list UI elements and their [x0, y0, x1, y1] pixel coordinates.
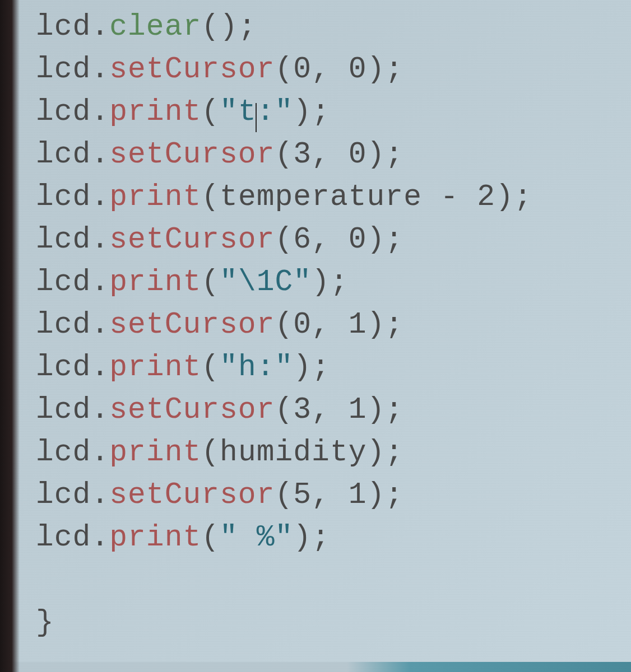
close-paren: ): [293, 95, 312, 129]
open-paren: (: [201, 180, 220, 214]
open-paren: (: [201, 95, 220, 129]
method-name: setCursor: [109, 393, 275, 427]
object-name: lcd: [36, 393, 91, 427]
method-name: print: [109, 351, 201, 384]
open-paren: (: [275, 393, 293, 427]
method-name: setCursor: [109, 223, 275, 256]
method-name: setCursor: [109, 478, 275, 512]
close-paren: ): [293, 351, 312, 384]
dot: .: [91, 478, 109, 512]
semicolon: ;: [514, 180, 532, 214]
comma: ,: [312, 138, 349, 171]
dot: .: [91, 138, 109, 171]
string-literal: "h:": [220, 351, 293, 384]
number-literal: 3: [293, 138, 312, 171]
close-paren: ): [495, 180, 514, 214]
string-literal: "t: [220, 95, 257, 129]
dot: .: [91, 351, 109, 384]
code-line[interactable]: lcd.setCursor(6, 0);: [36, 218, 631, 261]
semicolon: ;: [385, 138, 403, 171]
number-literal: 1: [349, 393, 367, 427]
semicolon: ;: [385, 393, 403, 427]
string-literal: "\1C": [220, 265, 312, 299]
code-line[interactable]: lcd.clear();: [36, 6, 631, 48]
text-cursor: [256, 103, 257, 132]
number-literal: 0: [349, 138, 367, 171]
code-line[interactable]: lcd.setCursor(5, 1);: [36, 474, 631, 516]
code-line[interactable]: lcd.print("\1C");: [36, 261, 631, 304]
open-paren: (: [201, 10, 220, 44]
object-name: lcd: [36, 436, 91, 469]
object-name: lcd: [36, 478, 91, 512]
string-literal: " %": [220, 521, 293, 554]
open-paren: (: [201, 265, 220, 299]
method-name: print: [109, 180, 201, 214]
close-paren: ): [367, 393, 386, 427]
object-name: lcd: [36, 138, 91, 171]
number-literal: 0: [349, 223, 367, 256]
code-editor[interactable]: lcd.clear();lcd.setCursor(0, 0);lcd.prin…: [0, 0, 631, 644]
dot: .: [91, 223, 109, 256]
close-paren: ): [367, 308, 386, 342]
operator: -: [422, 180, 477, 214]
number-literal: 0: [293, 308, 312, 342]
close-paren: ): [367, 138, 386, 171]
number-literal: 0: [293, 53, 312, 86]
comma: ,: [312, 478, 349, 512]
dot: .: [91, 95, 109, 129]
open-paren: (: [275, 138, 293, 171]
number-literal: 6: [293, 223, 312, 256]
comma: ,: [312, 308, 349, 342]
semicolon: ;: [385, 308, 403, 342]
close-paren: ): [367, 53, 386, 86]
editor-left-edge: [0, 0, 20, 672]
blank-line: [36, 559, 631, 601]
number-literal: 1: [349, 478, 367, 512]
dot: .: [91, 265, 109, 299]
object-name: lcd: [36, 53, 91, 86]
semicolon: ;: [385, 53, 403, 86]
number-literal: 0: [349, 53, 367, 86]
close-paren: ): [367, 436, 386, 469]
dot: .: [91, 521, 109, 554]
comma: ,: [312, 53, 349, 86]
code-line[interactable]: lcd.print(temperature - 2);: [36, 176, 631, 218]
open-paren: (: [201, 351, 220, 384]
method-name: print: [109, 265, 201, 299]
open-paren: (: [275, 223, 293, 256]
code-line[interactable]: lcd.print("h:");: [36, 346, 631, 389]
code-line[interactable]: lcd.setCursor(3, 0);: [36, 133, 631, 176]
number-literal: 3: [293, 393, 312, 427]
comma: ,: [312, 223, 349, 256]
method-name: print: [109, 95, 201, 129]
bottom-status-bar: [0, 662, 631, 672]
dot: .: [91, 308, 109, 342]
code-line[interactable]: lcd.print("t:");: [36, 91, 631, 133]
semicolon: ;: [312, 521, 330, 554]
semicolon: ;: [385, 436, 403, 469]
open-paren: (: [275, 478, 293, 512]
close-paren: ): [367, 223, 386, 256]
semicolon: ;: [312, 95, 330, 129]
method-name: setCursor: [109, 53, 275, 86]
method-name: setCursor: [109, 138, 275, 171]
method-name: print: [109, 521, 201, 554]
code-line[interactable]: lcd.setCursor(0, 1);: [36, 304, 631, 346]
close-paren: ): [367, 478, 386, 512]
code-line[interactable]: lcd.setCursor(0, 0);: [36, 48, 631, 91]
method-name: print: [109, 436, 201, 469]
method-name: setCursor: [109, 308, 275, 342]
semicolon: ;: [238, 10, 257, 44]
number-literal: 5: [293, 478, 312, 512]
close-paren: ): [312, 265, 330, 299]
code-line[interactable]: lcd.print(humidity);: [36, 431, 631, 474]
semicolon: ;: [385, 223, 403, 256]
code-line[interactable]: lcd.setCursor(3, 1);: [36, 389, 631, 431]
closing-brace: }: [36, 606, 54, 640]
code-line[interactable]: lcd.print(" %");: [36, 516, 631, 559]
number-literal: 1: [349, 308, 367, 342]
open-paren: (: [275, 53, 293, 86]
string-literal: :": [257, 95, 294, 129]
object-name: lcd: [36, 265, 91, 299]
close-paren: ): [293, 521, 312, 554]
